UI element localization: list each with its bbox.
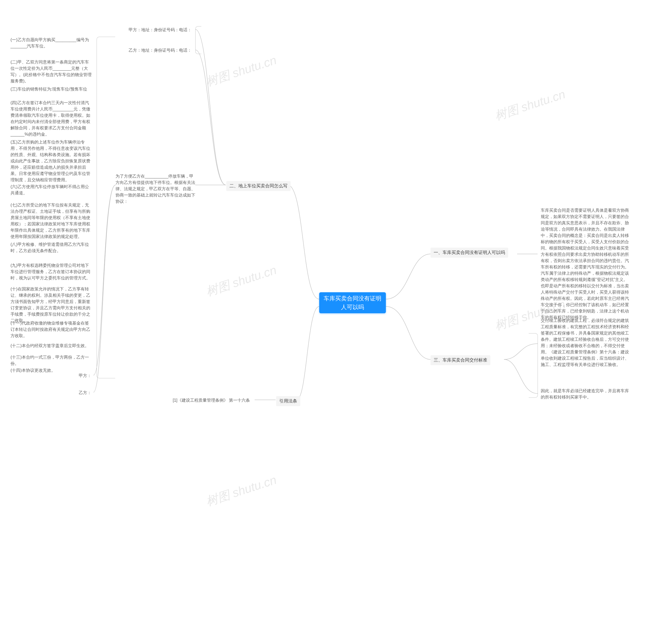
section-2-label: 二、地上车位买卖合同怎么写 — [229, 183, 287, 189]
clause-7: (七)乙方所受让的地下车位按有关规定，无法办理产权证、土地证手续，但享有与所购房… — [10, 202, 92, 240]
section-2[interactable]: 二、地上车位买卖合同怎么写 — [226, 181, 290, 191]
bracket-clauses — [96, 37, 115, 378]
clause-1: (一)乙方自愿向甲方购买_________编号为_______汽车车位。 — [10, 37, 92, 49]
clause-13: (十三)本合约一式三份，甲方两份，乙方一份。 — [10, 354, 92, 367]
watermark: 树图 shutu.cn — [204, 52, 278, 90]
clause-11: (十一)代政府收缴的物业维修专项基金在签订本转让合同时按政府有关规定由甲方向乙方… — [10, 320, 92, 339]
s2-party-b: 乙方：地址：身份证号码：电话： — [129, 47, 192, 53]
clause-10: (十)在国家政策允许的情况下，乙方享有转让、继承的权利。涉及相关手续的变更，乙方… — [10, 286, 92, 324]
clause-4: (四)乙方在签订本合约三天内一次性付清汽车位使用费共计人民币_________元… — [10, 100, 92, 137]
section-1-body: 车库买卖合同是否需要证明人具体是看双方协商规定，如果双方协定不需要证明人，只要签… — [541, 207, 630, 321]
watermark: 树图 shutu.cn — [204, 472, 278, 510]
s2-party-a: 甲方：地址：身份证号码：电话： — [129, 27, 192, 33]
clause-5: (五)乙方所购的上述车位作为车辆停泊专用，不得另作他用，不得任意改变该汽车位的性… — [10, 139, 92, 183]
watermark: 树图 shutu.cn — [493, 86, 567, 124]
section-refs-label: 引用法条 — [279, 399, 297, 404]
watermark: 树图 shutu.cn — [204, 262, 278, 300]
clause-9: (九)甲方有权选聘委托物业管理公司对地下车位进行管理服务，乙方在签订本协议的同时… — [10, 262, 92, 281]
root-label: 车库买卖合同没有证明人可以吗 — [322, 294, 383, 312]
section-3-label: 三、车库买卖合同交付标准 — [434, 358, 487, 363]
bracket-sec3 — [529, 333, 538, 398]
s2-intro: 为了方便乙方在__________停放车辆，甲方向乙方有偿提供地下停车位。根据有… — [116, 173, 197, 205]
clause-3: (三)车位的销售特征为:现售车位/预售车位 — [10, 86, 92, 92]
section-refs[interactable]: 引用法条 — [276, 396, 300, 406]
clause-12: (十二)本合约经双方签字盖章后立即生效。 — [10, 343, 92, 349]
sign-a: 甲方： — [79, 373, 91, 379]
section-1-label: 一、车库买卖合同没有证明人可以吗 — [434, 250, 505, 255]
bracket-parties-top — [195, 26, 201, 54]
root-node[interactable]: 车库买卖合同没有证明人可以吗 — [319, 292, 386, 313]
section-1[interactable]: 一、车库买卖合同没有证明人可以吗 — [431, 248, 508, 258]
section-3-body-1: 交付竣工验收的建筑工程，必须符合规定的建筑工程质量标准，有完整的工程技术经济资料… — [541, 318, 630, 368]
section-3-body-2: 因此，就是车库必须已经建造完毕，并且将车库的所有权转移到买家手中。 — [541, 388, 630, 400]
section-3[interactable]: 三、车库买卖合同交付标准 — [431, 355, 490, 365]
sign-b: 乙方： — [79, 389, 91, 396]
clause-6: (六)乙方使用汽车位停放车辆时不得占用公共通道。 — [10, 184, 92, 196]
clause-2: (二)甲、乙双方同意将第一条商定的汽车车位一次性定价为人民币________元整… — [10, 59, 92, 84]
refs-item: [1]《建设工程质量管理条例》 第一十六条 — [173, 397, 250, 404]
clause-8: (八)甲方检修、维护管道需借用乙方汽车位时，乙方必须无条件配合。 — [10, 241, 92, 254]
